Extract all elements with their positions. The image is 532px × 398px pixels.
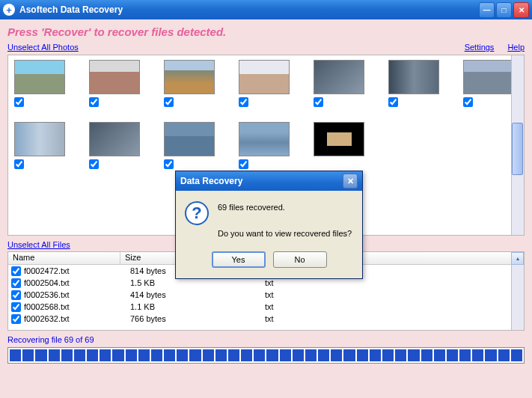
photo-thumbnail[interactable] [164, 60, 215, 107]
file-checkbox[interactable] [11, 266, 21, 276]
close-button[interactable]: ✕ [513, 2, 529, 18]
file-checkbox[interactable] [11, 314, 21, 324]
photo-checkbox[interactable] [164, 97, 174, 107]
dialog-line1: 69 files recovered. [218, 201, 352, 215]
dialog-close-button[interactable]: ✕ [343, 174, 358, 189]
file-ext: txt [265, 314, 370, 323]
photo-thumbnail[interactable] [89, 60, 140, 107]
file-name: f0002472.txt [24, 266, 130, 275]
file-checkbox[interactable] [11, 290, 21, 300]
files-scrollbar[interactable]: ▴ [511, 252, 524, 330]
question-icon: ? [185, 201, 209, 225]
photo-checkbox[interactable] [463, 97, 473, 107]
file-name: f0002536.txt [24, 290, 130, 299]
photo-scrollbar[interactable] [511, 55, 524, 235]
photo-checkbox[interactable] [239, 97, 248, 107]
file-row[interactable]: f0002632.txt766 bytestxt [8, 313, 524, 325]
file-ext: txt [265, 302, 370, 311]
file-row[interactable]: f0002536.txt414 bytestxt [8, 289, 524, 301]
file-size: 1.5 KB [130, 278, 265, 287]
photo-thumbnail[interactable] [463, 60, 514, 107]
yes-button[interactable]: Yes [212, 251, 266, 268]
photo-thumbnail[interactable] [164, 122, 215, 169]
file-size: 766 bytes [130, 314, 265, 323]
file-ext: txt [265, 278, 370, 287]
photo-thumbnail[interactable] [14, 122, 65, 169]
maximize-button[interactable]: □ [496, 2, 512, 18]
dialog-message: 69 files recovered. Do you want to view … [218, 201, 352, 241]
file-name: f0002568.txt [24, 302, 130, 311]
file-size: 414 bytes [130, 290, 265, 299]
window-titlebar: + Asoftech Data Recovery — □ ✕ [0, 0, 532, 19]
file-ext: txt [265, 290, 370, 299]
window-title: Asoftech Data Recovery [19, 4, 479, 15]
dialog-title: Data Recovery [180, 176, 343, 186]
app-icon: + [3, 4, 15, 16]
photo-thumbnail[interactable] [239, 122, 290, 169]
file-row[interactable]: f0002568.txt1.1 KBtxt [8, 301, 524, 313]
photo-checkbox[interactable] [164, 159, 174, 169]
settings-link[interactable]: Settings [465, 43, 495, 52]
photo-checkbox[interactable] [388, 97, 398, 107]
unselect-all-photos-link[interactable]: Unselect All Photos [7, 43, 79, 52]
file-name: f0002504.txt [24, 278, 130, 287]
unselect-all-files-link[interactable]: Unselect All Files [7, 240, 70, 249]
photo-checkbox[interactable] [89, 97, 99, 107]
dialog-line2: Do you want to view recovered files? [218, 227, 352, 241]
minimize-button[interactable]: — [479, 2, 495, 18]
photo-checkbox[interactable] [14, 159, 24, 169]
photo-checkbox[interactable] [14, 97, 24, 107]
progress-status-text: Recovering file 69 of 69 [7, 335, 525, 344]
photo-thumbnail[interactable] [89, 122, 140, 169]
photo-thumbnail[interactable] [388, 60, 439, 107]
photo-checkbox[interactable] [239, 159, 248, 169]
file-name: f0002632.txt [24, 314, 130, 323]
help-link[interactable]: Help [507, 43, 525, 52]
photo-thumbnail[interactable] [239, 60, 290, 107]
file-checkbox[interactable] [11, 302, 21, 312]
recovery-complete-dialog: Data Recovery ✕ ? 69 files recovered. Do… [175, 171, 363, 279]
file-checkbox[interactable] [11, 278, 21, 288]
photo-thumbnail[interactable] [314, 122, 364, 169]
photo-checkbox[interactable] [314, 97, 323, 107]
file-size: 1.1 KB [130, 302, 265, 311]
no-button[interactable]: No [273, 251, 327, 268]
progress-bar [7, 347, 525, 364]
photo-thumbnail[interactable] [314, 60, 364, 107]
column-name[interactable]: Name [8, 252, 120, 264]
instruction-text: Press 'Recover' to recover files detecte… [7, 25, 525, 38]
photo-checkbox[interactable] [89, 159, 99, 169]
photo-thumbnail[interactable] [14, 60, 65, 107]
